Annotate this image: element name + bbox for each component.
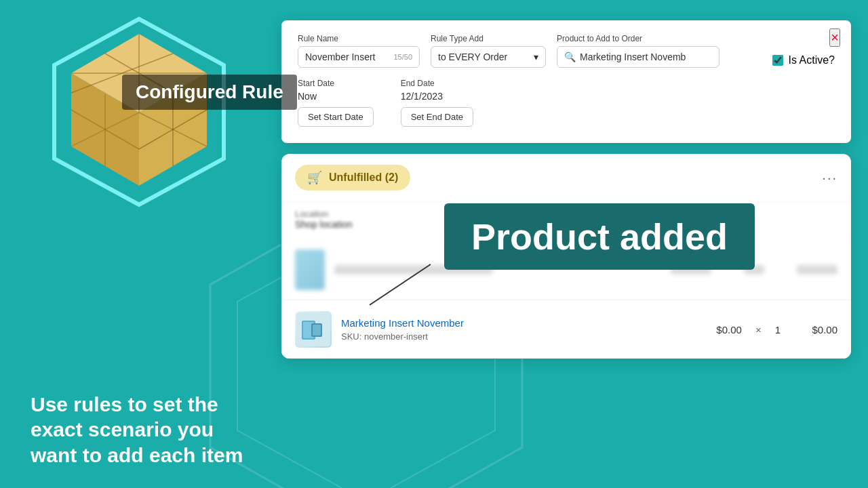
blurred-item-image [295, 249, 325, 290]
bottom-left-description: Use rules to set the exact scenario you … [31, 393, 243, 466]
product-label: Product to Add to Order [557, 34, 719, 43]
rule-panel: × Rule Name November Insert 15/50 Rule T… [281, 20, 851, 143]
set-start-date-button[interactable]: Set Start Date [298, 107, 374, 127]
left-section: Configured Rule Use rules to set the exa… [0, 0, 285, 488]
start-date-value: Now [298, 91, 374, 102]
rule-type-field: Rule Type Add to EVERY Order ▾ [431, 34, 546, 68]
product-added-overlay: Product added [444, 203, 755, 270]
close-button[interactable]: × [829, 28, 840, 47]
svg-rect-20 [313, 325, 321, 336]
multiply-symbol: × [755, 324, 762, 336]
end-date-label: End Date [401, 79, 473, 88]
dates-row: Start Date Now Set Start Date End Date 1… [298, 79, 835, 127]
is-active-field: Is Active? [772, 54, 835, 68]
added-item-name: Marketing Insert November [341, 317, 707, 329]
set-end-date-button[interactable]: Set End Date [401, 107, 473, 127]
start-date-field: Start Date Now Set Start Date [298, 79, 374, 127]
configured-rule-text: Configured Rule [136, 81, 283, 102]
search-icon: 🔍 [564, 52, 576, 62]
added-item-info: Marketing Insert November SKU: november-… [341, 317, 707, 342]
chevron-down-icon: ▾ [534, 52, 538, 62]
product-added-text: Product added [471, 216, 728, 258]
unfulfilled-icon: 🛒 [307, 170, 322, 185]
configured-rule-badge: Configured Rule [122, 75, 297, 110]
is-active-checkbox[interactable] [772, 55, 783, 66]
end-date-field: End Date 12/1/2023 Set End Date [401, 79, 473, 127]
cube-illustration [41, 14, 237, 210]
product-field: Product to Add to Order 🔍 Marketing Inse… [557, 34, 719, 68]
added-item-image [295, 311, 332, 348]
rule-type-value: to EVERY Order [438, 52, 507, 62]
bottom-left-text: Use rules to set the exact scenario you … [31, 392, 261, 468]
rule-name-value: November Insert [305, 52, 375, 62]
added-item-total: $0.00 [790, 324, 837, 336]
is-active-label: Is Active? [789, 54, 835, 66]
product-search-input[interactable]: 🔍 Marketing Insert Novemb [557, 46, 719, 68]
product-value: Marketing Insert Novemb [580, 52, 686, 62]
unfulfilled-label: Unfulfilled (2) [329, 171, 398, 184]
rule-type-label: Rule Type Add [431, 34, 546, 43]
order-panel-header: 🛒 Unfulfilled (2) ··· [281, 154, 851, 201]
svg-line-21 [370, 264, 431, 305]
rule-type-dropdown[interactable]: to EVERY Order ▾ [431, 46, 546, 68]
unfulfilled-badge: 🛒 Unfulfilled (2) [295, 165, 410, 190]
added-item-qty: 1 [775, 324, 781, 336]
rule-name-char-count: 15/50 [393, 53, 412, 61]
end-date-value: 12/1/2023 [401, 91, 473, 102]
rule-name-input[interactable]: November Insert 15/50 [298, 46, 420, 68]
rule-name-field: Rule Name November Insert 15/50 [298, 34, 420, 68]
rule-name-label: Rule Name [298, 34, 420, 43]
arrow-indicator [363, 258, 444, 312]
more-options-button[interactable]: ··· [822, 170, 837, 186]
blurred-item-total [797, 265, 837, 274]
start-date-label: Start Date [298, 79, 374, 88]
added-item-price: $0.00 [716, 324, 742, 336]
added-item-sku: SKU: november-insert [341, 331, 707, 342]
